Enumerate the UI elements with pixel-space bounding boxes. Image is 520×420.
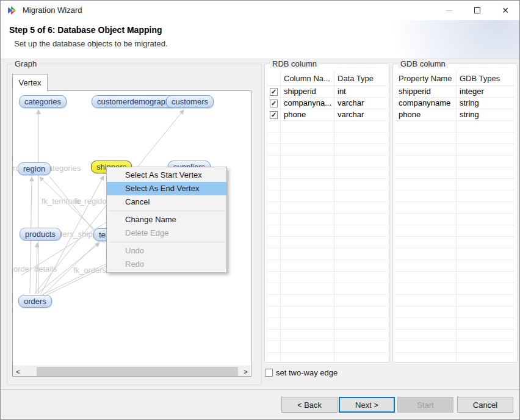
row-checkbox[interactable]: ✓ bbox=[270, 88, 278, 96]
empty-cell bbox=[457, 306, 515, 317]
graph-node-region[interactable]: region bbox=[18, 162, 51, 175]
horizontal-scrollbar[interactable]: < > bbox=[13, 366, 251, 376]
empty-cell bbox=[267, 306, 281, 317]
empty-cell bbox=[334, 202, 386, 213]
empty-cell bbox=[457, 353, 515, 360]
menu-item-select-as-end-vertex[interactable]: Select As End Vertex bbox=[107, 182, 226, 195]
empty-cell bbox=[267, 214, 281, 225]
empty-cell bbox=[281, 283, 334, 294]
empty-cell bbox=[395, 306, 457, 317]
empty-cell bbox=[457, 260, 515, 271]
header-decoration bbox=[355, 20, 519, 59]
scrollbar-thumb[interactable] bbox=[37, 367, 238, 376]
edge-label: order details bbox=[13, 264, 57, 273]
gdb-empty-row bbox=[395, 248, 515, 260]
empty-cell bbox=[457, 272, 515, 283]
minimize-icon[interactable] bbox=[435, 1, 463, 20]
empty-cell bbox=[267, 132, 281, 143]
back-button[interactable]: < Back bbox=[281, 397, 338, 413]
empty-cell bbox=[281, 202, 334, 213]
rdb-empty-row bbox=[267, 190, 386, 202]
empty-cell bbox=[395, 330, 457, 341]
empty-cell bbox=[334, 283, 386, 294]
empty-cell bbox=[334, 190, 386, 201]
rdb-empty-row bbox=[267, 225, 386, 237]
migration-wizard-window: Migration Wizard ✕ Step 5 of 6: Database… bbox=[0, 0, 520, 420]
empty-cell bbox=[334, 272, 386, 283]
empty-cell bbox=[281, 260, 334, 271]
gdb-table-header: Property Name GDB Types bbox=[395, 71, 515, 86]
empty-cell bbox=[267, 179, 281, 190]
empty-cell bbox=[281, 248, 334, 259]
empty-cell bbox=[457, 318, 515, 329]
graph-node-orders[interactable]: orders bbox=[18, 295, 52, 308]
empty-cell bbox=[457, 190, 515, 201]
scroll-right-icon[interactable]: > bbox=[240, 366, 251, 377]
row-checkbox[interactable]: ✓ bbox=[270, 111, 278, 119]
window-title: Migration Wizard bbox=[23, 5, 82, 15]
gdb-table-row[interactable]: phonestring bbox=[395, 109, 515, 121]
empty-cell bbox=[457, 144, 515, 155]
tab-vertex[interactable]: Vertex bbox=[12, 74, 48, 91]
menu-item-redo: Redo bbox=[107, 258, 226, 271]
empty-cell bbox=[281, 156, 334, 167]
menu-item-cancel[interactable]: Cancel bbox=[107, 195, 226, 209]
menu-item-select-as-start-vertex[interactable]: Select As Start Vertex bbox=[107, 168, 226, 182]
rdb-empty-row bbox=[267, 318, 386, 330]
gdb-table-row[interactable]: shipperidinteger bbox=[395, 86, 515, 98]
maximize-icon[interactable] bbox=[463, 1, 491, 20]
rdb-empty-row bbox=[267, 272, 386, 283]
empty-cell bbox=[281, 179, 334, 190]
menu-separator bbox=[109, 242, 225, 242]
empty-cell bbox=[395, 179, 457, 190]
empty-cell bbox=[395, 144, 457, 155]
rdb-empty-row bbox=[267, 144, 386, 156]
rdb-data-type-cell: int bbox=[334, 86, 386, 97]
gdb-group-label: GDB column bbox=[398, 59, 448, 68]
empty-cell bbox=[281, 132, 334, 143]
gdb-table-row[interactable]: companynamestring bbox=[395, 98, 515, 109]
cancel-button[interactable]: Cancel bbox=[457, 397, 513, 413]
rdb-table-row[interactable]: ✓shipperidint bbox=[267, 86, 386, 98]
gdb-types-header[interactable]: GDB Types bbox=[457, 71, 515, 85]
graph-node-products[interactable]: products bbox=[20, 228, 61, 241]
context-menu: Select As Start VertexSelect As End Vert… bbox=[106, 167, 227, 273]
empty-cell bbox=[457, 132, 515, 143]
empty-cell bbox=[334, 167, 386, 178]
gdb-empty-row bbox=[395, 295, 515, 306]
gdb-property-name-header[interactable]: Property Name bbox=[395, 71, 457, 85]
empty-cell bbox=[281, 214, 334, 225]
two-way-edge-checkbox[interactable] bbox=[265, 369, 273, 377]
empty-cell bbox=[281, 237, 334, 248]
empty-cell bbox=[267, 144, 281, 155]
row-checkbox-cell: ✓ bbox=[267, 109, 281, 120]
gdb-empty-row bbox=[395, 318, 515, 330]
rdb-table-row[interactable]: ✓phonevarchar bbox=[267, 109, 386, 121]
menu-item-change-name[interactable]: Change Name bbox=[107, 213, 226, 226]
empty-cell bbox=[395, 295, 457, 306]
empty-cell bbox=[334, 260, 386, 271]
empty-cell bbox=[457, 330, 515, 341]
scroll-left-icon[interactable]: < bbox=[13, 366, 23, 377]
graph-node-customers[interactable]: customers bbox=[166, 95, 214, 108]
rdb-table-row[interactable]: ✓companyna...varchar bbox=[267, 98, 386, 109]
close-icon[interactable]: ✕ bbox=[491, 1, 519, 20]
rdb-data-type-header[interactable]: Data Type bbox=[334, 71, 386, 85]
gdb-table: Property Name GDB Types shipperidinteger… bbox=[395, 71, 515, 360]
rdb-column-name-header[interactable]: Column Na... bbox=[281, 71, 334, 85]
empty-cell bbox=[267, 318, 281, 329]
empty-cell bbox=[267, 167, 281, 178]
empty-cell bbox=[395, 341, 457, 352]
graph-node-customerdemographi[interactable]: customerdemographi bbox=[92, 95, 177, 108]
gdb-empty-row bbox=[395, 214, 515, 225]
rdb-group-label: RDB column bbox=[270, 59, 319, 68]
footer-divider bbox=[1, 389, 519, 390]
empty-cell bbox=[334, 156, 386, 167]
row-checkbox-cell: ✓ bbox=[267, 86, 281, 97]
empty-cell bbox=[395, 202, 457, 213]
graph-node-categories[interactable]: categories bbox=[19, 95, 67, 108]
row-checkbox[interactable]: ✓ bbox=[270, 100, 278, 107]
next-button[interactable]: Next > bbox=[339, 397, 395, 413]
rdb-table-body: ✓shipperidint✓companyna...varchar✓phonev… bbox=[267, 86, 386, 360]
rdb-empty-row bbox=[267, 353, 386, 360]
